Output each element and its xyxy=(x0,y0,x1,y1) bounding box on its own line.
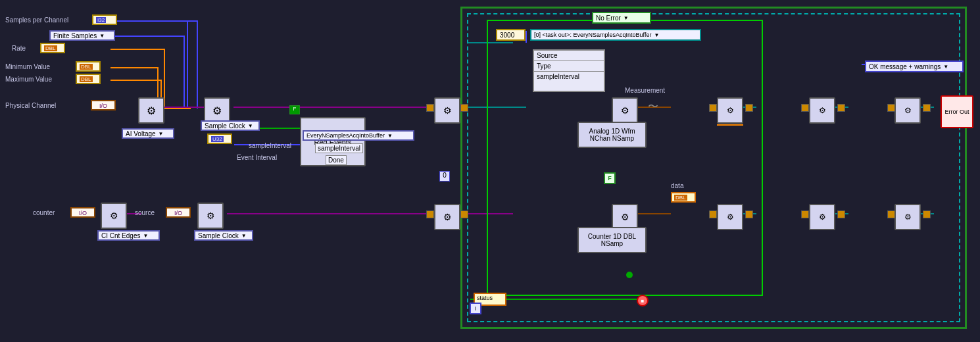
zero-constant: 0 xyxy=(439,171,450,182)
canvas: Samples per Channel I32 Finite Samples R… xyxy=(0,0,980,342)
daqmx-right-5[interactable]: ⚙ xyxy=(894,97,921,124)
ok-message-dropdown[interactable]: OK message + warnings xyxy=(865,61,964,72)
stop-button[interactable]: ■ xyxy=(637,295,649,306)
daqmx-create-task[interactable]: ⚙ xyxy=(138,97,164,124)
type-cluster-item: Type xyxy=(534,61,604,72)
task-out-dropdown[interactable]: [0] <task out>: EveryNSamplesAcqIntoBuff… xyxy=(530,29,701,41)
daqmx-right-icon-2: ⚙ xyxy=(727,212,734,222)
finite-samples-dropdown[interactable]: Finite Samples xyxy=(49,30,115,41)
connector-8 xyxy=(745,210,753,218)
daqmx-right-icon-5: ⚙ xyxy=(904,106,912,115)
iteration-terminal: i xyxy=(470,303,481,314)
daqmx-right-3[interactable]: ⚙ xyxy=(809,97,835,124)
dbl-tag-rate: DBL xyxy=(44,45,57,51)
source-ctrl[interactable]: I/O xyxy=(166,207,191,218)
counter-label: counter xyxy=(33,209,55,216)
connector-3 xyxy=(460,104,468,112)
daqmx-icon-2: ⚙ xyxy=(443,212,452,222)
counter-ctrl[interactable]: I/O xyxy=(70,207,95,218)
connector-5 xyxy=(709,104,717,112)
ai-voltage-dropdown[interactable]: AI Voltage xyxy=(122,128,174,139)
rate-ctrl[interactable]: DBL xyxy=(40,43,65,53)
daqmx-right-4[interactable]: ⚙ xyxy=(809,204,835,230)
max-value-label: Maximum Value xyxy=(5,76,52,83)
source-cluster-item: Source xyxy=(534,51,604,61)
sample-clock-dropdown-1[interactable]: Sample Clock xyxy=(201,120,260,131)
daqmx-read-ai[interactable]: ⚙ xyxy=(612,97,638,124)
connector-14 xyxy=(887,210,895,218)
connector-12 xyxy=(837,210,845,218)
connector-6 xyxy=(709,210,717,218)
physical-channel-label: Physical Channel xyxy=(5,102,56,109)
daqmx-right-2[interactable]: ⚙ xyxy=(717,204,743,230)
connector-13 xyxy=(887,104,895,112)
daqmx-right-icon-3: ⚙ xyxy=(819,106,826,115)
daqmx-read-icon-ai: ⚙ xyxy=(621,105,629,116)
connector-2 xyxy=(426,210,434,218)
ci-cnt-edges-dropdown[interactable]: CI Cnt Edges xyxy=(97,230,160,241)
sample-interval-cluster-item: sampleInterval xyxy=(534,72,604,82)
samples-per-channel-ctrl[interactable]: I32 xyxy=(92,14,117,25)
min-value-ctrl[interactable]: DBL xyxy=(76,61,101,72)
daqmx-source-node[interactable]: ⚙ xyxy=(197,203,224,229)
waveform-icon: 〜 xyxy=(648,100,658,114)
counter-1d-dbl-node[interactable]: Counter 1D DBL NSamp xyxy=(577,227,647,253)
connector-10 xyxy=(801,210,809,218)
bool-constant-false: F xyxy=(289,105,300,114)
min-value-label: Minimum Value xyxy=(5,63,50,70)
daqmx-read-icon-counter: ⚙ xyxy=(621,212,629,222)
every-n-samples-dropdown[interactable]: EveryNSamplesAcqIntoBuffer xyxy=(303,130,414,141)
daqmx-right-6[interactable]: ⚙ xyxy=(894,204,921,230)
connector-4 xyxy=(460,210,468,218)
daqmx-icon-1: ⚙ xyxy=(443,105,452,116)
event-interval-label: Event Interval xyxy=(237,154,277,161)
gear-icon: ⚙ xyxy=(147,105,156,117)
daqmx-icon-counter: ⚙ xyxy=(110,210,118,221)
daqmx-right-icon-1: ⚙ xyxy=(727,106,734,115)
data-label: data xyxy=(671,182,683,189)
green-dot xyxy=(626,272,633,278)
daqmx-right-icon-4: ⚙ xyxy=(819,212,826,222)
connector-16 xyxy=(923,210,931,218)
source-label: source xyxy=(135,209,155,216)
samples-per-channel-label: Samples per Channel xyxy=(5,16,68,24)
analog-1d-wfm-node[interactable]: Analog 1D Wfm NChan NSamp xyxy=(577,122,647,148)
connector-9 xyxy=(801,104,809,112)
sample-interval-input: sampleInterval xyxy=(315,143,363,153)
daqmx-timing-node[interactable]: ⚙ xyxy=(204,97,230,124)
false-indicator: F xyxy=(604,172,616,184)
u32-ctrl[interactable]: U32 xyxy=(207,134,232,144)
connector-15 xyxy=(923,104,931,112)
rate-label: Rate xyxy=(12,45,26,52)
physical-channel-ctrl[interactable]: I/O xyxy=(91,100,116,110)
u32-tag: U32 xyxy=(211,136,224,142)
daqmx-counter-node[interactable]: ⚙ xyxy=(101,203,127,229)
daqmx-right-icon-6: ⚙ xyxy=(904,212,912,222)
daqmx-node-loop-2[interactable]: ⚙ xyxy=(434,204,460,230)
daqmx-read-counter[interactable]: ⚙ xyxy=(612,204,638,230)
dbl-tag-max: DBL xyxy=(80,76,93,82)
sample-clock-dropdown-2[interactable]: Sample Clock xyxy=(194,230,253,241)
i32-tag: I32 xyxy=(96,17,106,23)
max-value-ctrl[interactable]: DBL xyxy=(76,74,101,84)
connector-7 xyxy=(745,104,753,112)
daqmx-node-loop-1[interactable]: ⚙ xyxy=(434,97,460,124)
error-cluster[interactable]: Error Out xyxy=(941,95,973,128)
dbl-tag-min: DBL xyxy=(80,64,93,70)
done-indicator: Done xyxy=(326,155,347,165)
daqmx-right-1[interactable]: ⚙ xyxy=(717,97,743,124)
sample-interval-label: sampleInterval xyxy=(249,142,291,149)
daqmx-icon-source: ⚙ xyxy=(207,210,215,221)
dbl-indicator: DBL xyxy=(671,192,696,203)
event-cluster: Source Type sampleInterval xyxy=(533,49,605,92)
connector-11 xyxy=(837,104,845,112)
connector-1 xyxy=(426,104,434,112)
inner-sequence xyxy=(487,20,763,296)
value-3000-ctrl[interactable]: 3000 xyxy=(496,29,526,41)
no-error-dropdown[interactable]: No Error xyxy=(592,12,651,24)
gear-icon-2: ⚙ xyxy=(212,105,222,117)
measurement-label: Measurement xyxy=(625,87,665,94)
